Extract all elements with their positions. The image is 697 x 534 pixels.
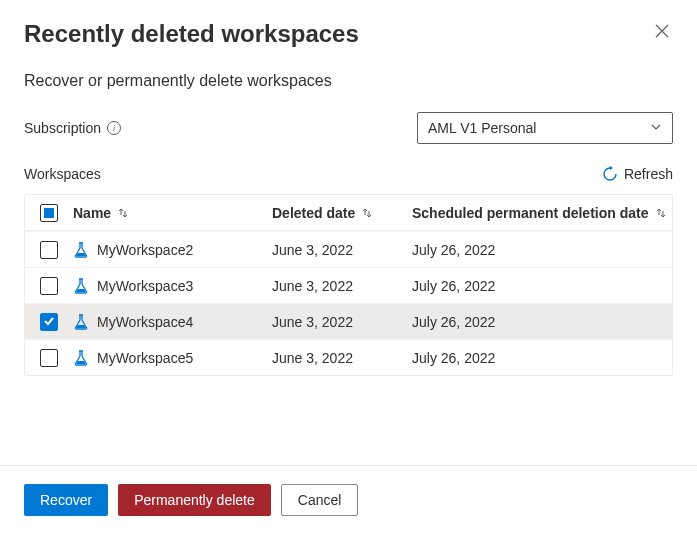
refresh-button[interactable]: Refresh xyxy=(602,166,673,182)
workspace-name: MyWorkspace3 xyxy=(97,278,193,294)
sort-icon xyxy=(117,207,129,219)
workspace-icon xyxy=(73,278,89,294)
table-row[interactable]: MyWorkspace3June 3, 2022July 26, 2022 xyxy=(25,267,672,303)
refresh-icon xyxy=(602,166,618,182)
row-checkbox[interactable] xyxy=(40,277,58,295)
table-row[interactable]: MyWorkspace5June 3, 2022July 26, 2022 xyxy=(25,339,672,375)
deleted-date: June 3, 2022 xyxy=(272,242,412,258)
workspace-icon xyxy=(73,314,89,330)
dialog-footer: Recover Permanently delete Cancel xyxy=(0,465,697,534)
subscription-dropdown[interactable]: AML V1 Personal xyxy=(417,112,673,144)
refresh-label: Refresh xyxy=(624,166,673,182)
sort-icon xyxy=(361,207,373,219)
select-all-checkbox[interactable] xyxy=(40,204,58,222)
row-checkbox[interactable] xyxy=(40,313,58,331)
table-header: Name Deleted date Scheduled permanent de… xyxy=(25,195,672,231)
row-checkbox[interactable] xyxy=(40,349,58,367)
workspace-name: MyWorkspace5 xyxy=(97,350,193,366)
check-icon xyxy=(43,314,55,330)
page-title: Recently deleted workspaces xyxy=(24,20,359,48)
table-row[interactable]: MyWorkspace4June 3, 2022July 26, 2022 xyxy=(25,303,672,339)
scheduled-date: July 26, 2022 xyxy=(412,278,672,294)
workspace-name: MyWorkspace2 xyxy=(97,242,193,258)
column-deleted-date[interactable]: Deleted date xyxy=(272,205,412,221)
row-checkbox[interactable] xyxy=(40,241,58,259)
subscription-selected: AML V1 Personal xyxy=(428,120,536,136)
scheduled-date: July 26, 2022 xyxy=(412,242,672,258)
workspace-icon xyxy=(73,242,89,258)
page-subtitle: Recover or permanently delete workspaces xyxy=(24,72,673,90)
scheduled-date: July 26, 2022 xyxy=(412,350,672,366)
column-name[interactable]: Name xyxy=(73,205,272,221)
close-icon xyxy=(655,24,669,41)
workspaces-label: Workspaces xyxy=(24,166,101,182)
workspace-name: MyWorkspace4 xyxy=(97,314,193,330)
info-icon[interactable]: i xyxy=(107,121,121,135)
sort-icon xyxy=(655,207,667,219)
cancel-button[interactable]: Cancel xyxy=(281,484,359,516)
permanently-delete-button[interactable]: Permanently delete xyxy=(118,484,271,516)
deleted-date: June 3, 2022 xyxy=(272,314,412,330)
workspaces-table: Name Deleted date Scheduled permanent de… xyxy=(24,194,673,376)
recover-button[interactable]: Recover xyxy=(24,484,108,516)
deleted-date: June 3, 2022 xyxy=(272,350,412,366)
column-scheduled-date[interactable]: Scheduled permanent deletion date xyxy=(412,205,672,221)
deleted-date: June 3, 2022 xyxy=(272,278,412,294)
table-row[interactable]: MyWorkspace2June 3, 2022July 26, 2022 xyxy=(25,231,672,267)
workspace-icon xyxy=(73,350,89,366)
subscription-label: Subscription i xyxy=(24,120,121,136)
scheduled-date: July 26, 2022 xyxy=(412,314,672,330)
chevron-down-icon xyxy=(650,120,662,136)
close-button[interactable] xyxy=(651,20,673,46)
